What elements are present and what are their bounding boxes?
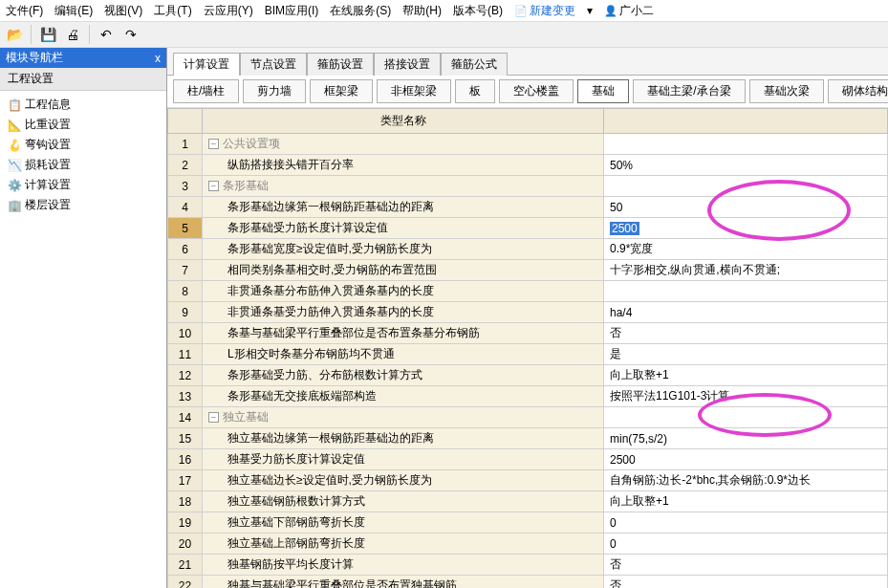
collapse-icon[interactable]: − <box>208 139 219 149</box>
subtab-2[interactable]: 框架梁 <box>310 79 373 103</box>
row-value[interactable]: 0 <box>604 534 888 555</box>
sidebar-item-1[interactable]: 📐比重设置 <box>0 115 166 135</box>
row-number[interactable]: 5 <box>168 218 203 239</box>
table-row[interactable]: 17独立基础边长≥设定值时,受力钢筋长度为自角钢筋:边长-2*bhc,其余钢筋:… <box>168 470 888 491</box>
row-value[interactable]: 否 <box>604 576 888 589</box>
table-row[interactable]: 2纵筋搭接接头错开百分率50% <box>168 155 888 176</box>
sidebar-item-0[interactable]: 📋工程信息 <box>0 95 166 115</box>
menu-edit[interactable]: 编辑(E) <box>54 3 93 19</box>
row-value[interactable]: ha/4 <box>604 302 888 323</box>
row-number[interactable]: 15 <box>168 428 203 449</box>
row-number[interactable]: 1 <box>168 134 203 155</box>
table-row[interactable]: 21独基钢筋按平均长度计算否 <box>168 555 888 576</box>
table-row[interactable]: 12条形基础受力筋、分布筋根数计算方式向上取整+1 <box>168 365 888 386</box>
sidebar-tab[interactable]: 工程设置 <box>0 68 166 91</box>
tab-0[interactable]: 计算设置 <box>173 53 240 76</box>
subtab-8[interactable]: 基础次梁 <box>749 79 824 103</box>
row-number[interactable]: 20 <box>168 534 203 555</box>
print-icon[interactable]: 🖨 <box>62 24 83 45</box>
menu-version[interactable]: 版本号(B) <box>453 3 503 19</box>
table-row[interactable]: 13条形基础无交接底板端部构造按照平法11G101-3计算 <box>168 386 888 407</box>
table-row[interactable]: 11L形相交时条基分布钢筋均不贯通是 <box>168 344 888 365</box>
table-row[interactable]: 4条形基础边缘第一根钢筋距基础边的距离50 <box>168 197 888 218</box>
row-number[interactable]: 13 <box>168 386 203 407</box>
row-number[interactable]: 11 <box>168 344 203 365</box>
subtab-4[interactable]: 板 <box>455 79 495 103</box>
row-number[interactable]: 19 <box>168 512 203 534</box>
row-value[interactable] <box>604 281 888 302</box>
table-row[interactable]: 18独立基础钢筋根数计算方式向上取整+1 <box>168 491 888 512</box>
table-row[interactable]: 7相同类别条基相交时,受力钢筋的布置范围十字形相交,纵向贯通,横向不贯通; <box>168 260 888 281</box>
tab-1[interactable]: 节点设置 <box>240 53 307 76</box>
table-row[interactable]: 16独基受力筋长度计算设定值2500 <box>168 449 888 470</box>
subtab-1[interactable]: 剪力墙 <box>243 79 306 103</box>
row-value[interactable]: 否 <box>604 323 888 344</box>
menu-tool[interactable]: 工具(T) <box>154 3 191 19</box>
row-value[interactable]: 50% <box>604 155 888 176</box>
row-number[interactable]: 21 <box>168 555 203 576</box>
subtab-7[interactable]: 基础主梁/承台梁 <box>633 79 745 103</box>
row-value[interactable]: min(75,s/2) <box>604 428 888 449</box>
table-row[interactable]: 15独立基础边缘第一根钢筋距基础边的距离min(75,s/2) <box>168 428 888 449</box>
row-number[interactable]: 4 <box>168 197 203 218</box>
sidebar-item-3[interactable]: 📉损耗设置 <box>0 155 166 175</box>
collapse-icon[interactable]: − <box>208 181 219 191</box>
row-number[interactable]: 12 <box>168 365 203 386</box>
menu-cloud[interactable]: 云应用(Y) <box>204 3 253 19</box>
row-number[interactable]: 6 <box>168 239 203 260</box>
row-value[interactable]: 按照平法11G101-3计算 <box>604 386 888 407</box>
row-value[interactable]: 向上取整+1 <box>604 365 888 386</box>
subtab-5[interactable]: 空心楼盖 <box>499 79 574 103</box>
row-number[interactable]: 7 <box>168 260 203 281</box>
row-value[interactable] <box>604 407 888 428</box>
sidebar-item-4[interactable]: ⚙️计算设置 <box>0 175 166 195</box>
table-row[interactable]: 5条形基础受力筋长度计算设定值2500 <box>168 218 888 239</box>
tab-2[interactable]: 箍筋设置 <box>307 53 374 76</box>
table-row[interactable]: 9非贯通条基受力筋伸入贯通条基内的长度ha/4 <box>168 302 888 323</box>
row-value[interactable] <box>604 176 888 197</box>
row-number[interactable]: 18 <box>168 491 203 512</box>
row-value[interactable]: 向上取整+1 <box>604 491 888 512</box>
row-value[interactable]: 2500 <box>604 218 888 239</box>
table-row[interactable]: 10条基与基础梁平行重叠部位是否布置条基分布钢筋否 <box>168 323 888 344</box>
table-row[interactable]: 3−条形基础 <box>168 176 888 197</box>
subtab-9[interactable]: 砌体结构 <box>828 79 888 103</box>
row-value[interactable]: 0.9*宽度 <box>604 239 888 260</box>
row-number[interactable]: 17 <box>168 470 203 491</box>
table-row[interactable]: 14−独立基础 <box>168 407 888 428</box>
table-row[interactable]: 8非贯通条基分布筋伸入贯通条基内的长度 <box>168 281 888 302</box>
sidebar-item-5[interactable]: 🏢楼层设置 <box>0 195 166 215</box>
new-change-button[interactable]: 新建变更 <box>514 3 575 19</box>
sidebar-close-icon[interactable]: x <box>155 52 161 65</box>
tab-4[interactable]: 箍筋公式 <box>441 53 508 76</box>
open-icon[interactable]: 📂 <box>4 24 25 45</box>
undo-icon[interactable]: ↶ <box>96 24 117 45</box>
collapse-icon[interactable]: − <box>208 412 219 423</box>
table-row[interactable]: 19独立基础下部钢筋弯折长度0 <box>168 512 888 534</box>
row-value[interactable]: 是 <box>604 344 888 365</box>
table-row[interactable]: 20独立基础上部钢筋弯折长度0 <box>168 534 888 555</box>
user-label[interactable]: 广小二 <box>604 3 654 19</box>
table-row[interactable]: 1−公共设置项 <box>168 134 888 155</box>
menu-file[interactable]: 文件(F) <box>6 3 43 19</box>
row-number[interactable]: 3 <box>168 176 203 197</box>
subtab-3[interactable]: 非框架梁 <box>377 79 451 103</box>
row-number[interactable]: 8 <box>168 281 203 302</box>
subtab-6[interactable]: 基础 <box>577 79 629 103</box>
row-number[interactable]: 14 <box>168 407 203 428</box>
row-number[interactable]: 16 <box>168 449 203 470</box>
row-number[interactable]: 2 <box>168 155 203 176</box>
table-row[interactable]: 6条形基础宽度≥设定值时,受力钢筋长度为0.9*宽度 <box>168 239 888 260</box>
row-number[interactable]: 10 <box>168 323 203 344</box>
row-number[interactable]: 9 <box>168 302 203 323</box>
row-value[interactable]: 0 <box>604 512 888 534</box>
subtab-0[interactable]: 柱/墙柱 <box>173 79 239 103</box>
row-number[interactable]: 22 <box>168 576 203 589</box>
row-value[interactable]: 十字形相交,纵向贯通,横向不贯通; <box>604 260 888 281</box>
row-value[interactable]: 自角钢筋:边长-2*bhc,其余钢筋:0.9*边长 <box>604 470 888 491</box>
redo-icon[interactable]: ↷ <box>120 24 141 45</box>
row-value[interactable] <box>604 134 888 155</box>
menu-online[interactable]: 在线服务(S) <box>330 3 391 19</box>
save-icon[interactable]: 💾 <box>37 24 58 45</box>
tab-3[interactable]: 搭接设置 <box>374 53 441 76</box>
